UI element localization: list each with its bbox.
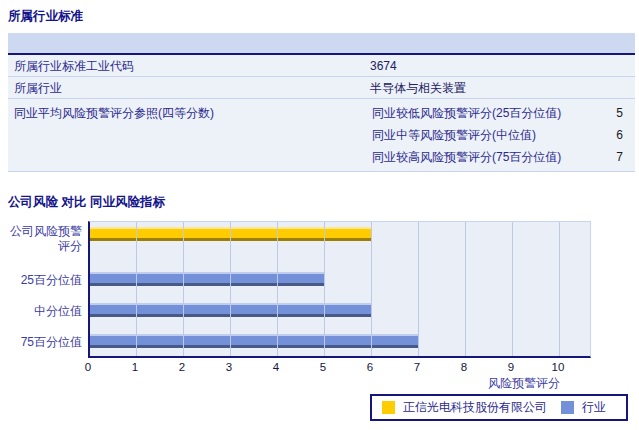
x-tick-label: 6 — [367, 361, 373, 373]
bar-company-score — [90, 227, 372, 241]
row-label: 所属行业 — [8, 77, 368, 98]
table-row-peer-quartiles: 同业平均风险预警评分参照(四等分数) 同业较低风险预警评分(25百分位值) 5 … — [8, 99, 635, 172]
x-tick-label: 2 — [179, 361, 185, 373]
legend-label-company: 正信光电科技股份有限公司 — [403, 399, 547, 416]
subrow-value: 6 — [595, 128, 635, 142]
y-axis-label-75th-percentile: 75百分位值 — [2, 335, 82, 350]
subrow-label: 同业较高风险预警评分(75百分位值) — [368, 149, 595, 166]
row-value: 半导体与相关装置 — [368, 77, 635, 98]
quartile-subrows: 同业较低风险预警评分(25百分位值) 5 同业中等风险预警评分(中位值) 6 同… — [368, 99, 635, 171]
x-tick-label: 8 — [461, 361, 467, 373]
x-tick-label: 5 — [320, 361, 326, 373]
row-label: 同业平均风险预警评分参照(四等分数) — [8, 99, 368, 171]
x-tick-label: 0 — [85, 361, 91, 373]
x-tick-label: 7 — [414, 361, 420, 373]
x-tick-label: 4 — [273, 361, 279, 373]
table-header-band — [8, 33, 635, 55]
row-value: 3674 — [368, 55, 635, 76]
x-tick-label: 10 — [552, 361, 565, 373]
gridline — [230, 222, 231, 356]
report-page: 所属行业标准 所属行业标准工业代码 3674 所属行业 半导体与相关装置 同业平… — [0, 0, 639, 430]
gridline — [324, 222, 325, 356]
bar-industry-median — [90, 303, 372, 317]
x-axis-ticks: 012345678910 — [0, 361, 639, 375]
gridline — [512, 222, 513, 356]
chart-legend: 正信光电科技股份有限公司 行业 — [370, 394, 628, 421]
y-axis-label-median: 中分位值 — [2, 304, 82, 319]
y-axis-label-25th-percentile: 25百分位值 — [2, 273, 82, 288]
x-tick-label: 9 — [508, 361, 514, 373]
subrow-25th-percentile: 同业较低风险预警评分(25百分位值) 5 — [368, 102, 635, 124]
x-tick-label: 3 — [226, 361, 232, 373]
bar-industry-25th-percentile — [90, 272, 325, 286]
subrow-median: 同业中等风险预警评分(中位值) 6 — [368, 124, 635, 146]
plot-area — [88, 221, 591, 358]
gridline — [277, 222, 278, 356]
gridline — [418, 222, 419, 356]
row-label: 所属行业标准工业代码 — [8, 55, 368, 76]
x-axis-title: 风险预警评分 — [400, 375, 560, 392]
gridline — [136, 222, 137, 356]
comparison-section-title: 公司风险 对比 同业风险指标 — [8, 194, 165, 211]
legend-label-industry: 行业 — [582, 399, 606, 416]
industry-standard-table: 所属行业标准工业代码 3674 所属行业 半导体与相关装置 同业平均风险预警评分… — [8, 33, 635, 172]
industry-standard-section-title: 所属行业标准 — [8, 8, 83, 25]
subrow-value: 7 — [595, 150, 635, 164]
gridline — [183, 222, 184, 356]
y-axis-label-company-score: 公司风险预警评分 — [2, 224, 82, 254]
gridline — [559, 222, 560, 356]
subrow-label: 同业中等风险预警评分(中位值) — [368, 127, 595, 144]
subrow-75th-percentile: 同业较高风险预警评分(75百分位值) 7 — [368, 146, 635, 168]
gridline — [465, 222, 466, 356]
bar-industry-75th-percentile — [90, 334, 419, 348]
gridline — [371, 222, 372, 356]
table-row-industry: 所属行业 半导体与相关装置 — [8, 77, 635, 99]
legend-swatch-industry — [561, 401, 574, 414]
subrow-value: 5 — [595, 106, 635, 120]
x-tick-label: 1 — [132, 361, 138, 373]
table-row-industry-code: 所属行业标准工业代码 3674 — [8, 55, 635, 77]
legend-swatch-company — [382, 401, 395, 414]
subrow-label: 同业较低风险预警评分(25百分位值) — [368, 105, 595, 122]
